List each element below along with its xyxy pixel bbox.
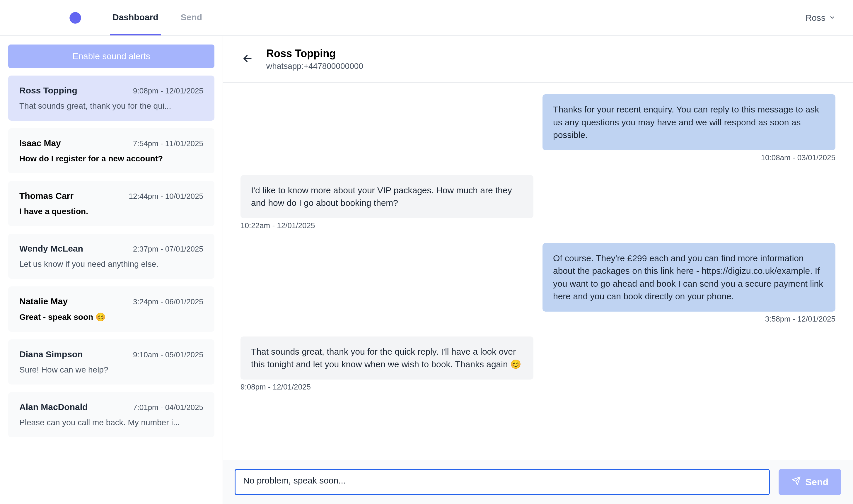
conversation-sidebar: Enable sound alerts Ross Topping9:08pm -… bbox=[0, 36, 223, 504]
conversation-preview: How do I register for a new account? bbox=[19, 154, 203, 163]
chevron-down-icon bbox=[829, 13, 835, 23]
message-bubble: Of course. They're £299 each and you can… bbox=[543, 243, 835, 311]
message-input[interactable] bbox=[235, 469, 770, 495]
tab-dashboard[interactable]: Dashboard bbox=[110, 0, 161, 35]
conversation-item[interactable]: Ross Topping9:08pm - 12/01/2025That soun… bbox=[8, 75, 214, 121]
conversation-timestamp: 3:24pm - 06/01/2025 bbox=[133, 297, 203, 306]
message-bubble: That sounds great, thank you for the qui… bbox=[241, 337, 533, 380]
arrow-left-icon bbox=[242, 53, 253, 65]
conversation-item[interactable]: Alan MacDonald7:01pm - 04/01/2025Please … bbox=[8, 392, 214, 437]
nav-tabs: Dashboard Send bbox=[110, 0, 205, 35]
user-name: Ross bbox=[805, 13, 825, 23]
chat-subtitle: whatsapp:+447800000000 bbox=[266, 61, 363, 71]
conversation-item[interactable]: Thomas Carr12:44pm - 10/01/2025I have a … bbox=[8, 181, 214, 226]
message-timestamp: 10:22am - 12/01/2025 bbox=[241, 221, 315, 230]
conversation-preview: That sounds great, thank you for the qui… bbox=[19, 101, 203, 111]
conversation-timestamp: 7:01pm - 04/01/2025 bbox=[133, 403, 203, 412]
conversation-item[interactable]: Natalie May3:24pm - 06/01/2025Great - sp… bbox=[8, 286, 214, 332]
user-menu[interactable]: Ross bbox=[805, 13, 835, 23]
conversation-timestamp: 2:37pm - 07/01/2025 bbox=[133, 245, 203, 254]
conversation-item[interactable]: Isaac May7:54pm - 11/01/2025How do I reg… bbox=[8, 128, 214, 173]
chat-pane: Ross Topping whatsapp:+447800000000 Than… bbox=[223, 36, 853, 504]
tab-send[interactable]: Send bbox=[178, 0, 205, 35]
send-icon bbox=[792, 476, 801, 488]
conversation-name: Diana Simpson bbox=[19, 349, 83, 359]
message-timestamp: 9:08pm - 12/01/2025 bbox=[241, 382, 311, 392]
conversation-preview: Sure! How can we help? bbox=[19, 365, 203, 375]
conversation-name: Alan MacDonald bbox=[19, 402, 88, 412]
conversation-name: Natalie May bbox=[19, 296, 68, 306]
outgoing-message: Thanks for your recent enquiry. You can … bbox=[543, 94, 835, 171]
chat-header: Ross Topping whatsapp:+447800000000 bbox=[223, 36, 853, 83]
conversation-item[interactable]: Diana Simpson9:10am - 05/01/2025Sure! Ho… bbox=[8, 339, 214, 384]
message-bubble: Thanks for your recent enquiry. You can … bbox=[543, 94, 835, 150]
conversation-timestamp: 12:44pm - 10/01/2025 bbox=[129, 192, 203, 201]
conversation-preview: I have a question. bbox=[19, 207, 203, 216]
brand-logo-icon bbox=[69, 12, 82, 24]
conversation-name: Isaac May bbox=[19, 138, 61, 148]
conversation-list: Ross Topping9:08pm - 12/01/2025That soun… bbox=[8, 75, 214, 437]
composer: Send bbox=[223, 460, 853, 504]
incoming-message: I'd like to know more about your VIP pac… bbox=[241, 175, 533, 239]
conversation-preview: Great - speak soon 😊 bbox=[19, 312, 203, 322]
enable-sound-alerts-button[interactable]: Enable sound alerts bbox=[8, 44, 214, 68]
message-timestamp: 3:58pm - 12/01/2025 bbox=[765, 314, 835, 324]
conversation-preview: Please can you call me back. My number i… bbox=[19, 418, 203, 427]
message-bubble: I'd like to know more about your VIP pac… bbox=[241, 175, 533, 218]
incoming-message: That sounds great, thank you for the qui… bbox=[241, 337, 533, 400]
send-button-label: Send bbox=[805, 477, 829, 488]
conversation-name: Thomas Carr bbox=[19, 191, 73, 201]
message-timestamp: 10:08am - 03/01/2025 bbox=[761, 153, 835, 162]
conversation-name: Wendy McLean bbox=[19, 244, 83, 254]
conversation-timestamp: 7:54pm - 11/01/2025 bbox=[133, 139, 203, 148]
conversation-item[interactable]: Wendy McLean2:37pm - 07/01/2025Let us kn… bbox=[8, 234, 214, 279]
back-button[interactable] bbox=[241, 52, 254, 66]
conversation-timestamp: 9:08pm - 12/01/2025 bbox=[133, 86, 203, 95]
svg-point-0 bbox=[69, 12, 81, 23]
message-list: Thanks for your recent enquiry. You can … bbox=[223, 83, 853, 460]
send-button[interactable]: Send bbox=[779, 469, 841, 495]
top-nav: Dashboard Send Ross bbox=[0, 0, 853, 36]
conversation-name: Ross Topping bbox=[19, 86, 77, 95]
chat-title: Ross Topping bbox=[266, 48, 363, 60]
conversation-timestamp: 9:10am - 05/01/2025 bbox=[133, 350, 203, 359]
outgoing-message: Of course. They're £299 each and you can… bbox=[543, 243, 835, 332]
conversation-preview: Let us know if you need anything else. bbox=[19, 259, 203, 269]
